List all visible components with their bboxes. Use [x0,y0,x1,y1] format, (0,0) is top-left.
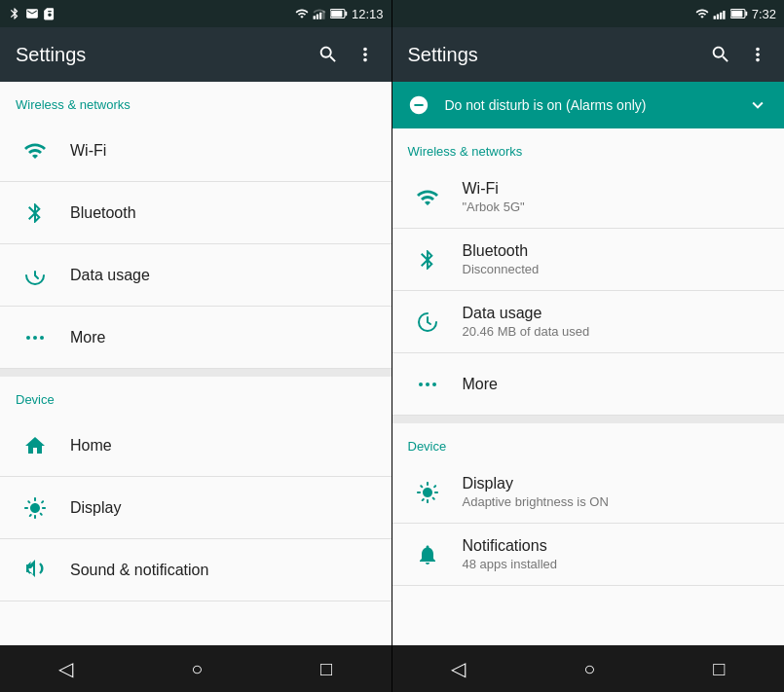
left-item-bluetooth[interactable]: Bluetooth [0,182,392,244]
left-bt-text: Bluetooth [70,204,136,222]
sim-status-icon [43,7,56,20]
left-section-device-header: Device [0,377,392,415]
dnd-banner[interactable]: Do not disturb is on (Alarms only) [392,82,785,128]
svg-rect-16 [745,12,747,17]
svg-point-10 [40,336,44,340]
right-status-right: 7:32 [695,7,776,21]
left-item-sound[interactable]: Sound & notification [0,539,392,601]
battery-icon [330,7,348,20]
left-sound-title: Sound & notification [70,562,208,579]
dnd-expand-icon[interactable] [747,94,768,116]
left-more-text: More [70,329,105,346]
right-more-icon[interactable] [747,44,768,65]
right-divider-1 [392,416,785,423]
left-item-home[interactable]: Home [0,415,392,477]
left-data-text: Data usage [70,267,150,284]
left-display-text: Display [70,499,121,517]
left-sound-icon [16,559,55,582]
right-item-data[interactable]: Data usage 20.46 MB of data used [392,291,785,353]
left-data-icon [16,264,55,287]
dnd-banner-left: Do not disturb is on (Alarms only) [408,94,647,116]
svg-point-9 [33,336,37,340]
left-item-more[interactable]: More [0,307,392,369]
right-toolbar-actions [710,44,768,65]
right-data-title: Data usage [463,305,590,322]
right-wifi-title: Wi-Fi [463,180,525,198]
right-data-item-icon [408,310,447,334]
right-notif-title: Notifications [463,537,558,555]
left-time: 12:13 [352,7,384,21]
mail-status-icon [25,7,39,20]
signal-icon [313,7,326,20]
svg-point-18 [419,382,423,386]
right-nav-recent[interactable]: □ [713,658,725,680]
right-nav-home[interactable]: ○ [583,658,595,680]
svg-point-8 [26,336,30,340]
svg-rect-3 [322,11,324,19]
left-more-dots-icon [16,326,55,349]
right-item-notifications[interactable]: Notifications 48 apps installed [392,524,785,586]
left-section-wireless-header: Wireless & networks [0,82,392,120]
right-item-bluetooth[interactable]: Bluetooth Disconnected [392,229,785,291]
left-display-icon [16,496,55,520]
right-bt-title: Bluetooth [463,242,540,260]
left-search-icon[interactable] [317,44,339,65]
right-item-more[interactable]: More [392,353,785,416]
svg-point-20 [432,382,436,386]
svg-rect-2 [319,13,321,19]
svg-rect-17 [731,11,742,18]
right-section-wireless-header: Wireless & networks [392,128,785,166]
svg-rect-14 [723,11,725,19]
dnd-text: Do not disturb is on (Alarms only) [445,97,647,113]
wifi-signal-icon [295,7,309,20]
left-status-bar: 12:13 [0,0,392,27]
right-item-wifi[interactable]: Wi-Fi "Arbok 5G" [392,166,785,229]
right-nav-back[interactable]: ◁ [451,657,466,680]
right-toolbar-title: Settings [408,44,478,66]
left-toolbar: Settings [0,27,392,82]
left-wifi-icon [16,139,55,163]
left-nav-back[interactable]: ◁ [58,657,73,680]
svg-rect-12 [716,15,718,19]
right-search-icon[interactable] [710,44,731,65]
left-scroll-content: Wireless & networks Wi-Fi Bluetooth [0,82,392,645]
right-data-text: Data usage 20.46 MB of data used [463,305,590,339]
right-data-subtitle: 20.46 MB of data used [463,324,590,339]
right-toolbar: Settings [392,27,785,82]
right-display-title: Display [463,475,609,492]
right-wifi-icon [695,7,709,20]
left-sound-text: Sound & notification [70,562,208,579]
svg-rect-5 [345,12,347,17]
right-section-device-header: Device [392,423,785,461]
svg-rect-6 [331,11,342,18]
right-bt-text: Bluetooth Disconnected [463,242,540,276]
right-display-icon [408,481,447,504]
right-battery-icon [730,7,748,20]
left-nav-home[interactable]: ○ [191,658,203,680]
left-more-icon[interactable] [355,44,376,65]
left-panel: 12:13 Settings Wireless & networks [0,0,392,692]
right-bt-subtitle: Disconnected [463,262,540,276]
right-panel: 7:32 Settings Do not disturb is on (Alar… [392,0,785,692]
right-wifi-subtitle: "Arbok 5G" [463,200,525,214]
right-more-dots-icon [408,373,447,396]
left-toolbar-title: Settings [16,44,86,66]
left-item-display[interactable]: Display [0,477,392,539]
right-time: 7:32 [752,7,776,21]
left-nav-recent[interactable]: □ [320,658,332,680]
svg-rect-1 [317,15,318,19]
right-wifi-text: Wi-Fi "Arbok 5G" [463,180,525,214]
right-display-text: Display Adaptive brightness is ON [463,475,609,509]
left-bt-icon [16,201,55,225]
left-more-title: More [70,329,105,346]
left-item-data[interactable]: Data usage [0,244,392,307]
right-more-text: More [463,376,498,393]
right-display-subtitle: Adaptive brightness is ON [463,494,609,509]
left-item-wifi[interactable]: Wi-Fi [0,120,392,182]
right-item-display[interactable]: Display Adaptive brightness is ON [392,461,785,524]
right-scroll-content: Wireless & networks Wi-Fi "Arbok 5G" Blu… [392,128,785,645]
svg-rect-11 [713,16,715,19]
right-bt-item-icon [408,248,447,272]
right-notif-text: Notifications 48 apps installed [463,537,558,571]
svg-rect-0 [314,16,316,19]
